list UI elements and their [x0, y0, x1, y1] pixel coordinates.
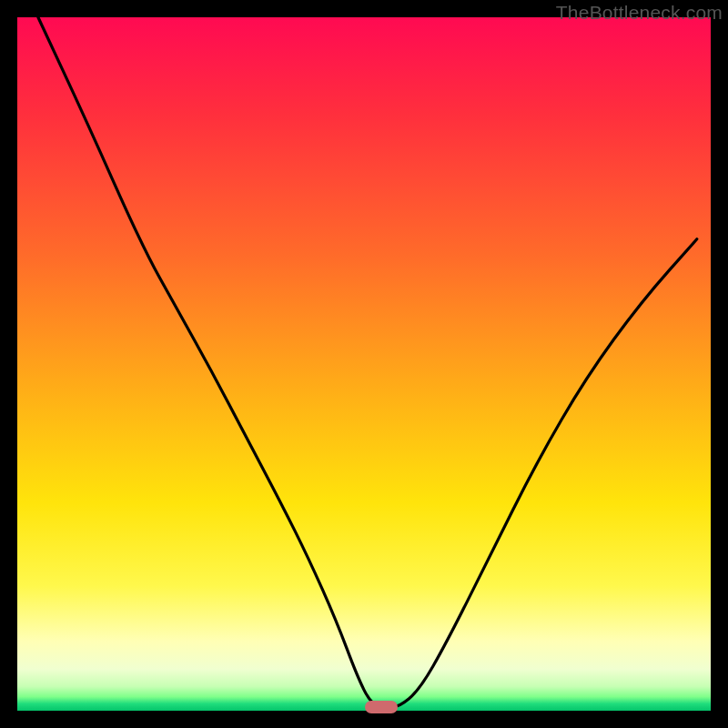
optimum-marker — [365, 701, 398, 713]
watermark-text: TheBottleneck.com — [556, 2, 723, 24]
chart-frame: TheBottleneck.com — [0, 0, 728, 728]
plot-area — [17, 17, 711, 711]
bottleneck-curve — [17, 17, 711, 711]
